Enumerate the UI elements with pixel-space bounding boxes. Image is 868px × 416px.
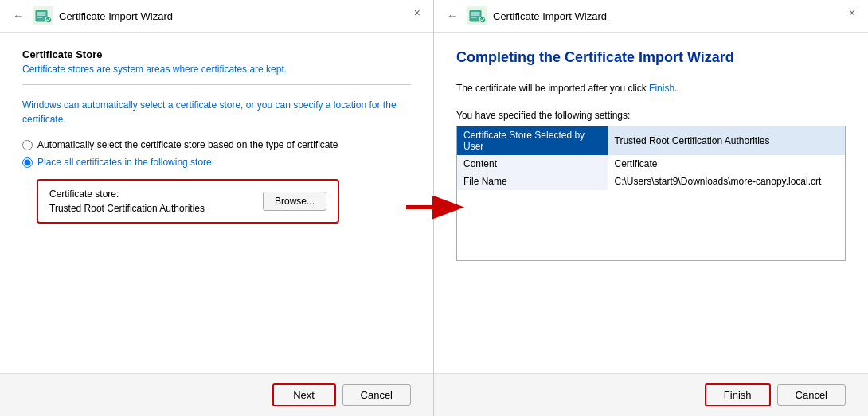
table-key: Content	[457, 155, 608, 173]
right-close-button[interactable]: ×	[844, 5, 860, 21]
radio-auto-option[interactable]: Automatically select the certificate sto…	[22, 139, 411, 150]
table-key: Certificate Store Selected by User	[457, 126, 608, 156]
complete-info-after: .	[674, 83, 677, 94]
table-value: Certificate	[608, 155, 846, 173]
next-button[interactable]: Next	[272, 383, 336, 406]
left-panel-footer: Next Cancel	[0, 373, 433, 416]
completing-title: Completing the Certificate Import Wizard	[456, 49, 846, 67]
radio-group: Automatically select the certificate sto…	[22, 139, 411, 168]
table-value: C:\Users\start9\Downloads\more-canopy.lo…	[608, 173, 846, 190]
table-row-empty	[457, 225, 846, 243]
left-panel-content: Certificate Store Certificate stores are…	[0, 33, 433, 373]
left-wizard-icon	[33, 6, 53, 25]
section-desc: Certificate stores are system areas wher…	[22, 64, 411, 75]
right-panel: ← Certificate Import Wizard × Completing…	[434, 0, 868, 416]
table-row-empty	[457, 208, 846, 225]
complete-info-link: Finish	[649, 83, 674, 94]
right-wizard-icon	[467, 6, 487, 25]
cert-store-label: Certificate store:	[49, 189, 253, 200]
cert-store-inner: Certificate store: Trusted Root Certific…	[49, 189, 253, 214]
browse-button[interactable]: Browse...	[263, 192, 326, 211]
right-panel-content: Completing the Certificate Import Wizard…	[434, 33, 868, 373]
table-row-empty	[457, 190, 846, 208]
left-close-button[interactable]: ×	[409, 5, 425, 21]
finish-button[interactable]: Finish	[705, 383, 771, 406]
radio-auto[interactable]	[22, 140, 33, 150]
cert-store-box: Certificate store: Trusted Root Certific…	[37, 179, 339, 224]
right-back-button[interactable]: ←	[444, 10, 461, 22]
right-panel-footer: Finish Cancel	[434, 373, 868, 416]
table-row: Certificate Store Selected by UserTruste…	[457, 126, 846, 156]
right-title-text: Certificate Import Wizard	[493, 10, 607, 22]
radio-auto-label: Automatically select the certificate sto…	[37, 139, 338, 150]
divider	[22, 84, 411, 85]
settings-table: Certificate Store Selected by UserTruste…	[456, 126, 846, 261]
info-text: Windows can automatically select a certi…	[22, 98, 411, 126]
table-row-empty	[457, 243, 846, 260]
radio-manual-option[interactable]: Place all certificates in the following …	[22, 157, 411, 168]
left-back-button[interactable]: ←	[10, 10, 27, 22]
right-title-bar: ← Certificate Import Wizard ×	[434, 0, 868, 33]
table-row: ContentCertificate	[457, 155, 846, 173]
table-row: File NameC:\Users\start9\Downloads\more-…	[457, 173, 846, 190]
table-key: File Name	[457, 173, 608, 190]
left-title-text: Certificate Import Wizard	[59, 10, 173, 22]
complete-info-before: The certificate will be imported after y…	[456, 83, 649, 94]
left-cancel-button[interactable]: Cancel	[342, 384, 411, 406]
cert-store-value: Trusted Root Certification Authorities	[49, 203, 253, 214]
main-container: ← Certificate Import Wizard × Certificat…	[0, 0, 868, 416]
complete-info: The certificate will be imported after y…	[456, 83, 846, 94]
section-label: Certificate Store	[22, 49, 411, 60]
radio-manual-label: Place all certificates in the following …	[37, 157, 212, 168]
settings-label: You have specified the following setting…	[456, 110, 846, 121]
right-cancel-button[interactable]: Cancel	[777, 384, 846, 406]
left-title-bar: ← Certificate Import Wizard ×	[0, 0, 433, 33]
table-value: Trusted Root Certification Authorities	[608, 126, 846, 156]
left-panel: ← Certificate Import Wizard × Certificat…	[0, 0, 434, 416]
radio-manual[interactable]	[22, 157, 33, 168]
